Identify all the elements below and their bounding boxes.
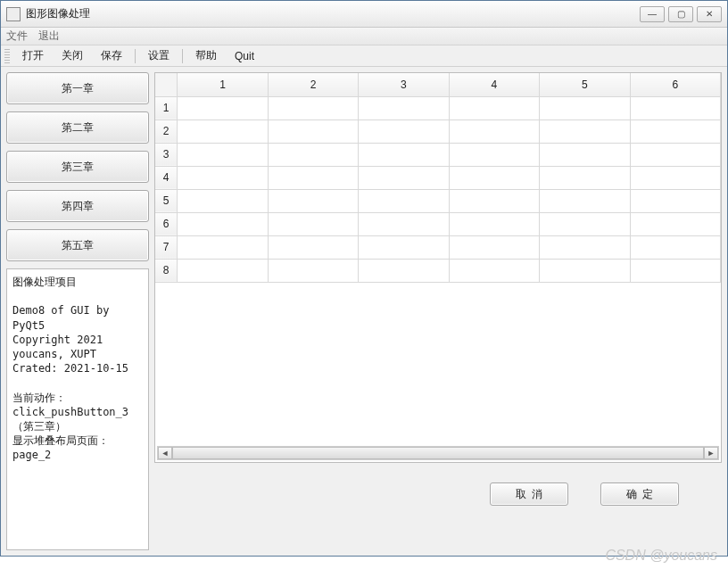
body: 第一章 第二章 第三章 第四章 第五章 图像处理项目 Demo8 of GUI …: [1, 67, 727, 556]
cell[interactable]: [630, 259, 720, 282]
col-header[interactable]: 6: [630, 73, 720, 96]
cell[interactable]: [449, 212, 539, 235]
cell[interactable]: [178, 235, 268, 259]
cell[interactable]: [268, 120, 358, 143]
col-header[interactable]: 3: [359, 73, 449, 96]
cell[interactable]: [268, 189, 358, 212]
toolbar-close[interactable]: 关闭: [53, 46, 92, 65]
cell[interactable]: [630, 120, 720, 143]
scroll-track[interactable]: [172, 447, 704, 459]
main-window: 图形图像处理 — ▢ ✕ 文件 退出 打开 关闭 保存 设置 帮助 Quit 第…: [0, 0, 728, 557]
info-line: Copyright 2021 youcans, XUPT: [12, 334, 109, 360]
cell[interactable]: [540, 235, 630, 259]
cell[interactable]: [540, 96, 630, 120]
cell[interactable]: [630, 166, 720, 189]
col-header[interactable]: 2: [268, 73, 358, 96]
chapter-button-5[interactable]: 第五章: [6, 229, 149, 261]
cell[interactable]: [540, 166, 630, 189]
ok-button[interactable]: 确定: [600, 482, 679, 506]
maximize-button[interactable]: ▢: [668, 6, 693, 22]
titlebar: 图形图像处理 — ▢ ✕: [1, 1, 727, 28]
row-header[interactable]: 4: [155, 166, 178, 189]
col-header[interactable]: 5: [540, 73, 630, 96]
cell[interactable]: [359, 259, 449, 282]
minimize-button[interactable]: —: [640, 6, 665, 22]
cell[interactable]: [449, 96, 539, 120]
table-widget[interactable]: 1 2 3 4 5 6 1 2 3 4 5 6 7 8: [154, 72, 722, 463]
cell[interactable]: [449, 143, 539, 166]
chapter-button-1[interactable]: 第一章: [6, 72, 149, 104]
chapter-button-3[interactable]: 第三章: [6, 151, 149, 183]
cell[interactable]: [268, 212, 358, 235]
cell[interactable]: [268, 143, 358, 166]
col-header[interactable]: 1: [178, 73, 268, 96]
app-icon: [6, 7, 21, 21]
cell[interactable]: [449, 259, 539, 282]
chapter-button-4[interactable]: 第四章: [6, 190, 149, 222]
info-title: 图像处理项目: [12, 276, 77, 288]
col-header[interactable]: 4: [449, 73, 539, 96]
row-header[interactable]: 2: [155, 120, 178, 143]
toolbar-save[interactable]: 保存: [92, 46, 131, 65]
cell[interactable]: [178, 120, 268, 143]
menu-exit[interactable]: 退出: [38, 29, 60, 44]
cell[interactable]: [540, 143, 630, 166]
horizontal-scrollbar[interactable]: ◄ ►: [157, 446, 719, 460]
cell[interactable]: [540, 259, 630, 282]
menu-file[interactable]: 文件: [6, 29, 28, 44]
cell[interactable]: [449, 235, 539, 259]
cell[interactable]: [630, 189, 720, 212]
right-column: 1 2 3 4 5 6 1 2 3 4 5 6 7 8: [154, 72, 722, 550]
cell[interactable]: [540, 212, 630, 235]
cell[interactable]: [449, 189, 539, 212]
cell[interactable]: [359, 189, 449, 212]
row-header[interactable]: 5: [155, 189, 178, 212]
info-line: Demo8 of GUI by PyQt5: [12, 304, 116, 331]
cell[interactable]: [268, 259, 358, 282]
window-controls: — ▢ ✕: [640, 6, 722, 22]
cancel-button[interactable]: 取消: [490, 482, 568, 506]
grid-corner: [155, 73, 178, 96]
cell[interactable]: [540, 120, 630, 143]
cell[interactable]: [268, 96, 358, 120]
row-header[interactable]: 8: [155, 259, 178, 282]
cell[interactable]: [630, 212, 720, 235]
cell[interactable]: [178, 189, 268, 212]
row-header[interactable]: 6: [155, 212, 178, 235]
cell[interactable]: [359, 212, 449, 235]
menubar: 文件 退出: [1, 28, 727, 45]
row-header[interactable]: 1: [155, 96, 178, 120]
data-grid: 1 2 3 4 5 6 1 2 3 4 5 6 7 8: [155, 73, 721, 283]
cell[interactable]: [359, 166, 449, 189]
cell[interactable]: [359, 120, 449, 143]
chapter-button-2[interactable]: 第二章: [6, 111, 149, 144]
cell[interactable]: [359, 235, 449, 259]
cell[interactable]: [540, 189, 630, 212]
cell[interactable]: [449, 120, 539, 143]
info-line: 显示堆叠布局页面：page_2: [12, 434, 109, 461]
toolbar-separator: [135, 49, 136, 63]
cell[interactable]: [630, 96, 720, 120]
row-header[interactable]: 3: [155, 143, 178, 166]
toolbar-open[interactable]: 打开: [13, 46, 53, 65]
toolbar-settings[interactable]: 设置: [139, 46, 178, 65]
cell[interactable]: [178, 212, 268, 235]
cell[interactable]: [178, 96, 268, 120]
row-header[interactable]: 7: [155, 235, 178, 259]
toolbar-quit[interactable]: Quit: [226, 48, 263, 64]
close-button[interactable]: ✕: [697, 6, 722, 22]
cell[interactable]: [630, 235, 720, 259]
scroll-right-icon[interactable]: ►: [704, 447, 718, 459]
cell[interactable]: [268, 235, 358, 259]
cell[interactable]: [178, 143, 268, 166]
toolbar-help[interactable]: 帮助: [186, 46, 226, 65]
cell[interactable]: [359, 143, 449, 166]
scroll-thumb[interactable]: [172, 447, 704, 459]
cell[interactable]: [449, 166, 539, 189]
cell[interactable]: [630, 143, 720, 166]
cell[interactable]: [359, 96, 449, 120]
scroll-left-icon[interactable]: ◄: [158, 447, 172, 459]
cell[interactable]: [268, 166, 358, 189]
cell[interactable]: [178, 166, 268, 189]
cell[interactable]: [178, 259, 268, 282]
